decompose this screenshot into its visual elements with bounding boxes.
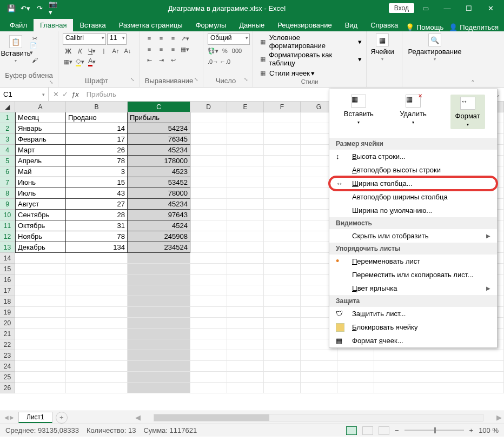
- cell-D24[interactable]: [190, 361, 227, 372]
- cell-G25[interactable]: [301, 372, 337, 383]
- format-painter-icon[interactable]: 🖌: [29, 55, 40, 65]
- cell-B16[interactable]: [66, 274, 128, 285]
- zoom-slider[interactable]: [404, 430, 464, 431]
- cell-F3[interactable]: [264, 134, 301, 145]
- cell-A20[interactable]: [15, 318, 66, 329]
- decrease-decimal-icon[interactable]: ←.0: [220, 57, 230, 66]
- cell-F11[interactable]: [264, 220, 301, 231]
- tab-layout[interactable]: Разметка страницы: [112, 19, 189, 31]
- row-header-9[interactable]: 9: [0, 199, 15, 210]
- zoom-level[interactable]: 100 %: [479, 426, 499, 434]
- column-width-item[interactable]: ↔Ширина столбца...: [329, 177, 497, 190]
- cell-A11[interactable]: Октябрь: [15, 220, 66, 231]
- cell-B3[interactable]: 17: [66, 134, 128, 145]
- cell-D9[interactable]: [190, 199, 227, 210]
- align-center-icon[interactable]: ≡: [156, 44, 167, 54]
- collapse-ribbon-icon[interactable]: ˄: [467, 31, 478, 87]
- cell-C4[interactable]: 45234: [128, 145, 190, 156]
- cell-C24[interactable]: [128, 361, 190, 372]
- cell-H23[interactable]: [337, 350, 374, 361]
- cell-C3[interactable]: 76345: [128, 134, 190, 145]
- borders-icon[interactable]: ▦▾: [63, 57, 74, 66]
- cell-F22[interactable]: [264, 339, 301, 350]
- percent-icon[interactable]: %: [220, 46, 230, 56]
- cell-C19[interactable]: [128, 307, 190, 318]
- format-cells-item[interactable]: ▦Формат ячеек...: [329, 334, 497, 347]
- font-name-combo[interactable]: Calibri: [63, 34, 106, 45]
- horizontal-scrollbar[interactable]: [154, 414, 483, 421]
- cell-C11[interactable]: 4524: [128, 220, 190, 231]
- cell-F24[interactable]: [264, 361, 301, 372]
- tab-review[interactable]: Рецензирование: [271, 19, 338, 31]
- tab-color-item[interactable]: Цвет ярлычка▶: [329, 282, 497, 295]
- cell-E5[interactable]: [227, 156, 264, 166]
- cell-B18[interactable]: [66, 296, 128, 307]
- comma-icon[interactable]: 000: [231, 46, 242, 56]
- cell-B20[interactable]: [66, 318, 128, 329]
- cell-D18[interactable]: [190, 296, 227, 307]
- cell-A19[interactable]: [15, 307, 66, 318]
- cell-C14[interactable]: [128, 253, 190, 264]
- dialog-launcher-icon[interactable]: ⤡: [244, 77, 248, 82]
- cell-F20[interactable]: [264, 318, 301, 329]
- cell-A13[interactable]: Декабрь: [15, 242, 66, 253]
- cell-D2[interactable]: [190, 123, 227, 134]
- cell-D4[interactable]: [190, 145, 227, 156]
- cell-B6[interactable]: 3: [66, 166, 128, 177]
- close-icon[interactable]: ✕: [480, 0, 501, 16]
- cell-B13[interactable]: 134: [66, 242, 128, 253]
- cell-E11[interactable]: [227, 220, 264, 231]
- cell-E21[interactable]: [227, 329, 264, 339]
- select-all-cell[interactable]: ◢: [0, 102, 15, 112]
- cell-B4[interactable]: 26: [66, 145, 128, 156]
- minimize-icon[interactable]: —: [437, 0, 457, 16]
- cell-G23[interactable]: [301, 350, 337, 361]
- cell-blank[interactable]: [374, 361, 504, 372]
- column-header-C[interactable]: C: [128, 102, 190, 112]
- add-sheet-button[interactable]: +: [56, 412, 68, 424]
- dialog-launcher-icon[interactable]: ⤡: [130, 77, 135, 82]
- cell-F1[interactable]: [264, 112, 301, 123]
- increase-font-icon[interactable]: A↑: [110, 46, 121, 56]
- chevron-down-icon[interactable]: ▾: [42, 92, 45, 97]
- tab-help[interactable]: Справка: [364, 19, 404, 31]
- cell-B1[interactable]: Продано: [66, 112, 128, 123]
- cell-F6[interactable]: [264, 166, 301, 177]
- cell-E18[interactable]: [227, 296, 264, 307]
- cell-D12[interactable]: [190, 231, 227, 242]
- cell-F8[interactable]: [264, 188, 301, 199]
- cell-styles-button[interactable]: ▦Стили ячеек ▾: [257, 68, 362, 78]
- redo-icon[interactable]: ↷: [35, 3, 44, 13]
- row-header-24[interactable]: 24: [0, 361, 15, 372]
- tab-file[interactable]: Файл: [3, 19, 34, 31]
- cell-E17[interactable]: [227, 285, 264, 296]
- lock-cell-item[interactable]: Блокировать ячейку: [329, 320, 497, 334]
- row-header-23[interactable]: 23: [0, 350, 15, 361]
- cell-E12[interactable]: [227, 231, 264, 242]
- cell-A1[interactable]: Месяц: [15, 112, 66, 123]
- cell-E1[interactable]: [227, 112, 264, 123]
- signin-button[interactable]: Вход: [389, 3, 414, 13]
- cell-A2[interactable]: Январь: [15, 123, 66, 134]
- cell-E15[interactable]: [227, 264, 264, 274]
- cell-D25[interactable]: [190, 372, 227, 383]
- underline-icon[interactable]: Ч▾: [87, 46, 97, 56]
- cell-A3[interactable]: Февраль: [15, 134, 66, 145]
- cell-E6[interactable]: [227, 166, 264, 177]
- cell-C22[interactable]: [128, 339, 190, 350]
- cell-D5[interactable]: [190, 156, 227, 166]
- cell-D7[interactable]: [190, 177, 227, 188]
- cell-C12[interactable]: 245908: [128, 231, 190, 242]
- cell-D17[interactable]: [190, 285, 227, 296]
- merge-icon[interactable]: ▦▾: [180, 44, 190, 54]
- row-height-item[interactable]: ↕Высота строки...: [329, 150, 497, 163]
- cell-E23[interactable]: [227, 350, 264, 361]
- confirm-formula-icon[interactable]: ✓: [62, 90, 68, 98]
- cell-C20[interactable]: [128, 318, 190, 329]
- row-header-11[interactable]: 11: [0, 220, 15, 231]
- cell-E14[interactable]: [227, 253, 264, 264]
- column-header-A[interactable]: A: [15, 102, 66, 112]
- increase-decimal-icon[interactable]: .0→: [208, 57, 218, 66]
- cell-F5[interactable]: [264, 156, 301, 166]
- cell-C25[interactable]: [128, 372, 190, 383]
